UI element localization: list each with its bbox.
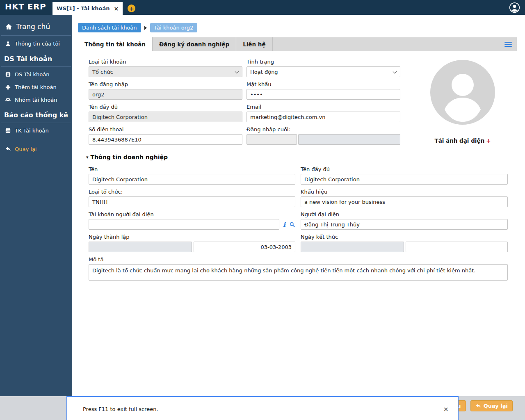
- end-date-disabled-part: [301, 242, 404, 252]
- field-phone: Số điện thoại: [89, 126, 242, 145]
- rep-account-input[interactable]: [89, 219, 279, 230]
- back-button[interactable]: Quay lại: [470, 400, 513, 411]
- field-founded-date: Ngày thành lập: [89, 234, 295, 252]
- last-login-input: [298, 134, 400, 145]
- menu-icon[interactable]: [504, 41, 512, 48]
- home-icon: [5, 23, 12, 30]
- field-org-type: Loại tổ chức:: [89, 189, 295, 207]
- field-account-type: Loại tài khoản Tổ chức: [89, 59, 242, 77]
- avatar-panel: Tải ảnh đại diện+: [400, 59, 525, 149]
- sidebar-account-list-label: DS Tài khoản: [15, 71, 49, 78]
- founded-date-disabled-part: [89, 242, 192, 252]
- sidebar-my-info-label: Thông tin của tôi: [15, 41, 60, 47]
- full-name-label: Tên đầy đủ: [89, 104, 242, 110]
- sidebar-item-back[interactable]: Quay lại: [0, 143, 72, 155]
- sidebar-item-add-account[interactable]: Thêm tài khoản: [0, 81, 72, 94]
- field-business-full-name: Tên đầy đủ: [301, 166, 508, 185]
- tab-business-registration[interactable]: Đăng ký doanh nghiệp: [153, 37, 236, 51]
- sidebar-section-reports: Báo cáo thống kê: [1, 108, 71, 123]
- representative-label: Người đại diện: [301, 211, 508, 217]
- breadcrumb-arrow-icon: [144, 26, 147, 30]
- account-form: Loại tài khoản Tổ chức Tên đăng nhập Tên…: [72, 51, 525, 149]
- sidebar-home-label: Trang chủ: [16, 23, 50, 31]
- sidebar-item-my-info[interactable]: Thông tin của tôi: [0, 37, 72, 50]
- person-icon: [5, 41, 11, 47]
- close-icon[interactable]: ×: [443, 405, 449, 413]
- detail-tabs: Thông tin tài khoản Đăng ký doanh nghiệp…: [78, 37, 517, 51]
- sidebar-account-groups-label: Nhóm tài khoản: [15, 97, 57, 103]
- field-representative: Người đại diện: [301, 211, 508, 230]
- user-avatar-icon[interactable]: [509, 2, 520, 13]
- field-username: Tên đăng nhập: [89, 81, 242, 100]
- tab-contact[interactable]: Liên hệ: [236, 37, 272, 51]
- end-date-input[interactable]: [406, 242, 508, 252]
- sidebar-item-home[interactable]: Trang chủ: [1, 20, 71, 36]
- sidebar-add-account-label: Thêm tài khoản: [15, 84, 57, 90]
- business-name-label: Tên: [89, 166, 295, 172]
- business-full-name-label: Tên đầy đủ: [301, 166, 508, 172]
- topbar: HKT ERP WS[1] - Tài khoản × +: [0, 0, 525, 15]
- plus-icon: +: [129, 5, 134, 12]
- erp-window: HKT ERP WS[1] - Tài khoản × + Trang chủ …: [0, 0, 525, 420]
- username-label: Tên đăng nhập: [89, 81, 242, 87]
- tab-close-icon[interactable]: ×: [114, 6, 119, 11]
- last-login-date-part: [247, 134, 297, 145]
- account-type-label: Loại tài khoản: [89, 59, 242, 65]
- info-icon[interactable]: i: [283, 221, 285, 228]
- account-type-value: Tổ chức: [92, 69, 113, 75]
- full-name-input: [89, 112, 242, 122]
- back-arrow-icon: [475, 403, 481, 409]
- group-icon: [5, 97, 11, 103]
- business-full-name-input[interactable]: [301, 174, 508, 185]
- last-login-label: Đăng nhập cuối:: [247, 126, 400, 132]
- field-full-name: Tên đầy đủ: [89, 104, 242, 122]
- rep-account-label: Tài khoản người đại diện: [89, 211, 295, 217]
- add-tab-button[interactable]: +: [128, 5, 135, 12]
- search-icon[interactable]: [289, 221, 295, 228]
- founded-date-input[interactable]: [194, 242, 295, 252]
- username-input: [89, 89, 242, 100]
- field-description: Mô tả Digitech là tổ chức chuẩn mực mang…: [89, 256, 508, 281]
- phone-label: Số điện thoại: [89, 126, 242, 132]
- tab-account-info[interactable]: Thông tin tài khoản: [78, 37, 153, 51]
- slogan-input[interactable]: [301, 196, 508, 207]
- field-business-name: Tên: [89, 166, 295, 185]
- field-last-login: Đăng nhập cuối:: [247, 126, 400, 145]
- sidebar-back-label: Quay lại: [15, 146, 37, 152]
- breadcrumb-current[interactable]: Tài khoản org2: [150, 23, 198, 32]
- workspace-tab[interactable]: WS[1] - Tài khoản ×: [52, 2, 123, 15]
- field-password: Mật khẩu: [247, 81, 400, 100]
- password-label: Mật khẩu: [247, 81, 400, 87]
- status-select[interactable]: Hoạt động: [247, 66, 400, 77]
- sidebar-item-account-groups[interactable]: Nhóm tài khoản: [0, 94, 72, 106]
- field-rep-account: Tài khoản người đại diện i: [89, 211, 295, 230]
- upload-avatar-link[interactable]: Tải ảnh đại diện+: [434, 137, 491, 144]
- representative-input[interactable]: [301, 219, 508, 230]
- business-section-toggle[interactable]: ▾ Thông tin doanh nghiệp: [86, 154, 525, 160]
- password-input[interactable]: [247, 89, 400, 100]
- upload-avatar-label: Tải ảnh đại diện: [434, 137, 484, 144]
- description-label: Mô tả: [89, 256, 508, 262]
- sidebar-item-account-stats[interactable]: TK Tài khoản: [0, 124, 72, 137]
- upload-plus-icon: +: [486, 137, 491, 144]
- email-label: Email: [247, 104, 400, 110]
- sidebar-item-account-list[interactable]: DS Tài khoản: [0, 68, 72, 81]
- bar-chart-icon: [5, 128, 11, 134]
- description-textarea[interactable]: Digitech là tổ chức chuẩn mực mang lại c…: [89, 264, 508, 281]
- phone-input[interactable]: [89, 134, 242, 145]
- org-type-input[interactable]: [89, 196, 295, 207]
- notification-text: Press F11 to exit full screen.: [67, 406, 158, 412]
- org-type-label: Loại tổ chức:: [89, 189, 295, 195]
- founded-date-label: Ngày thành lập: [89, 234, 295, 240]
- caret-down-icon: ▾: [86, 155, 89, 160]
- business-name-input[interactable]: [89, 174, 295, 185]
- sidebar-section-accounts: DS Tài khoản: [1, 52, 71, 67]
- account-type-select: Tổ chức: [89, 66, 242, 77]
- email-input[interactable]: [247, 112, 400, 122]
- breadcrumb-account-list[interactable]: Danh sách tài khoản: [78, 23, 141, 32]
- business-form: Tên Tên đầy đủ Loại tổ chức: Khẩu hiệu: [72, 160, 525, 281]
- add-plus-icon: [5, 84, 11, 90]
- chevron-down-icon: [235, 70, 239, 74]
- field-slogan: Khẩu hiệu: [301, 189, 508, 207]
- slogan-label: Khẩu hiệu: [301, 189, 508, 195]
